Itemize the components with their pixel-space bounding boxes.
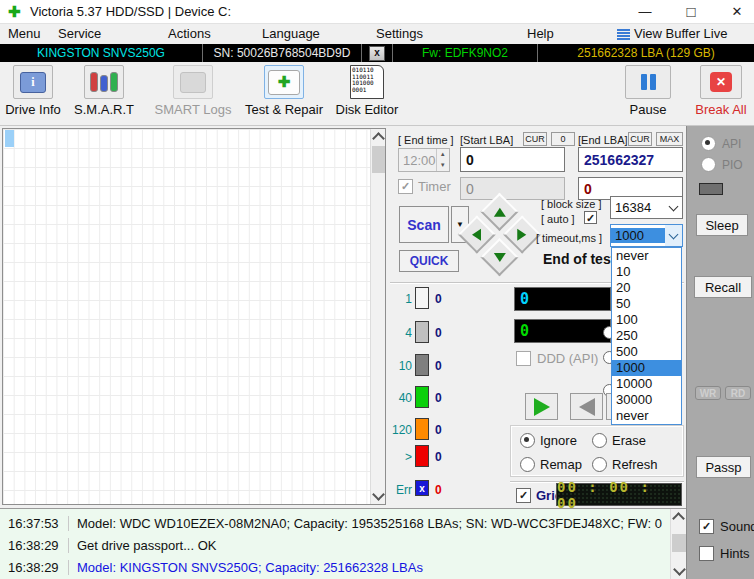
start-lba-cur-button[interactable]: CUR <box>523 132 547 146</box>
menu-item-service[interactable]: Service <box>58 26 101 41</box>
radio-ignore-label: Ignore <box>540 433 577 448</box>
radio-refresh[interactable]: Refresh <box>592 457 658 472</box>
end-lba-max-button[interactable]: MAX <box>656 132 683 146</box>
dropdown-option[interactable]: 500 <box>612 344 681 360</box>
dropdown-option[interactable]: 10000 <box>612 376 681 392</box>
app-icon: ✚ <box>8 3 21 21</box>
dropdown-option[interactable]: 30000 <box>612 392 681 408</box>
dropdown-option[interactable]: never <box>612 408 681 424</box>
scan-button[interactable]: Scan <box>399 206 449 243</box>
end-lba-input[interactable]: 251662327 <box>578 147 683 172</box>
dropdown-option[interactable]: 100 <box>612 312 681 328</box>
counter-label-gt: > <box>392 450 412 464</box>
menu-item-language[interactable]: Language <box>262 26 320 41</box>
counter-block-gt <box>415 445 429 467</box>
radio-pio-label: PIO <box>722 158 743 172</box>
dropdown-option[interactable]: 50 <box>612 296 681 312</box>
hints-label: Hints <box>720 546 750 561</box>
spinner-arrows-icon[interactable]: ▲▼ <box>436 149 449 171</box>
log-time: 16:37:53 <box>0 516 68 531</box>
radio-pio-circle <box>701 157 716 172</box>
log-vertical-scrollbar[interactable] <box>670 509 686 579</box>
sound-checkbox-box: ✓ <box>699 519 714 534</box>
quick-button[interactable]: QUICK <box>399 250 459 272</box>
radio-ignore[interactable]: Ignore <box>520 433 577 448</box>
sleep-button[interactable]: Sleep <box>696 214 748 236</box>
radio-api-label: API <box>722 137 741 151</box>
break-all-button[interactable]: ✕ Break All <box>690 65 752 117</box>
close-button[interactable]: ✕ <box>722 2 752 22</box>
radio-erase-label: Erase <box>612 433 646 448</box>
counter-block-40 <box>415 386 429 408</box>
radio-remap[interactable]: Remap <box>520 457 582 472</box>
chevron-down-icon <box>669 229 679 239</box>
log-text: Model: KINGSTON SNVS250G; Capacity: 2516… <box>68 560 662 575</box>
menu-item-actions[interactable]: Actions <box>168 26 211 41</box>
end-time-spinner[interactable]: 12:00 ▲▼ <box>398 148 450 172</box>
menu-item-view-buffer-live[interactable]: View Buffer Live <box>634 26 727 41</box>
scan-surface-canvas[interactable] <box>2 128 386 505</box>
scroll-up-icon[interactable] <box>672 512 685 525</box>
toolbar: i Drive Info S.M.A.R.T i SMART Logs ✚ Te… <box>0 62 754 126</box>
passp-button[interactable]: Passp <box>696 456 751 478</box>
break-all-label: Break All <box>695 102 746 117</box>
hints-checkbox[interactable]: Hints <box>699 546 750 561</box>
step-back-button[interactable] <box>570 393 603 420</box>
scroll-down-icon[interactable] <box>372 488 385 501</box>
canvas-vertical-scrollbar[interactable] <box>370 129 385 504</box>
err-x-icon: x <box>419 483 425 494</box>
start-lba-input[interactable]: 0 <box>460 147 565 172</box>
serial-close-button[interactable]: x <box>369 46 385 61</box>
counter-block-1 <box>415 287 429 309</box>
elapsed-time-lcd: 00 : 00 : 00 <box>556 483 682 506</box>
log-text: Get drive passport... OK <box>68 538 662 553</box>
dropdown-option-selected[interactable]: 1000 <box>612 360 681 376</box>
dropdown-option[interactable]: 250 <box>612 328 681 344</box>
menu-item-settings[interactable]: Settings <box>376 26 423 41</box>
end-time-value: 12:00 <box>399 149 436 171</box>
sound-checkbox[interactable]: ✓ Sound <box>699 519 754 534</box>
timeout-combo[interactable]: 1000 <box>610 224 683 247</box>
disk-editor-icon: 010110 110011 101000 0001 <box>350 65 384 99</box>
block-size-label: [ block size ] <box>541 198 602 210</box>
pause-button[interactable]: Pause <box>614 65 682 117</box>
counter-count-4: 0 <box>435 326 442 340</box>
menu-item-menu[interactable]: Menu <box>8 26 41 41</box>
counter-label-40: 40 <box>392 391 412 405</box>
drive-info-button[interactable]: i Drive Info <box>2 65 64 117</box>
minimize-button[interactable]: — <box>630 2 660 22</box>
drive-info-label: Drive Info <box>5 102 61 117</box>
scroll-up-icon[interactable] <box>372 132 385 145</box>
start-lba-zero-button[interactable]: 0 <box>551 132 575 146</box>
disk-editor-button[interactable]: 010110 110011 101000 0001 Disk Editor <box>334 65 400 117</box>
counter-count-gt: 0 <box>435 450 442 464</box>
block-size-combo[interactable]: 16384 <box>610 196 683 219</box>
end-lba-cur-button[interactable]: CUR <box>628 132 652 146</box>
dropdown-option[interactable]: 20 <box>612 280 681 296</box>
radio-erase[interactable]: Erase <box>592 433 646 448</box>
counter-label-4: 4 <box>392 326 412 340</box>
scroll-down-icon[interactable] <box>673 563 686 576</box>
dropdown-option[interactable]: 10 <box>612 264 681 280</box>
timeout-dropdown-list: never 10 20 50 100 250 500 1000 10000 30… <box>611 247 682 425</box>
radio-api-circle <box>701 136 716 151</box>
maximize-button[interactable]: □ <box>676 2 706 22</box>
recall-button[interactable]: Recall <box>694 276 752 298</box>
log-scroll-thumb[interactable] <box>672 534 686 552</box>
canvas-scroll-thumb[interactable] <box>372 146 385 173</box>
test-repair-button[interactable]: ✚ Test & Repair <box>240 65 328 117</box>
counter-label-err: Err <box>388 483 412 497</box>
start-lba-secondary-input: 0 <box>460 177 565 200</box>
play-forward-button[interactable] <box>525 393 558 420</box>
window-title: Victoria 5.37 HDD/SSD | Device C: <box>30 4 231 19</box>
smart-button[interactable]: S.M.A.R.T <box>72 65 136 117</box>
break-all-icon: ✕ <box>710 72 732 92</box>
chevron-down-icon <box>669 201 679 211</box>
disk-editor-label: Disk Editor <box>336 102 399 117</box>
menu-item-help[interactable]: Help <box>527 26 554 41</box>
radio-refresh-label: Refresh <box>612 457 658 472</box>
log-row: 16:37:53 Model: WDC WD10EZEX-08M2NA0; Ca… <box>0 512 662 534</box>
auto-checkbox[interactable]: ✓ <box>584 211 597 224</box>
view-buffer-icon <box>617 29 630 40</box>
dropdown-option[interactable]: never <box>612 248 681 264</box>
